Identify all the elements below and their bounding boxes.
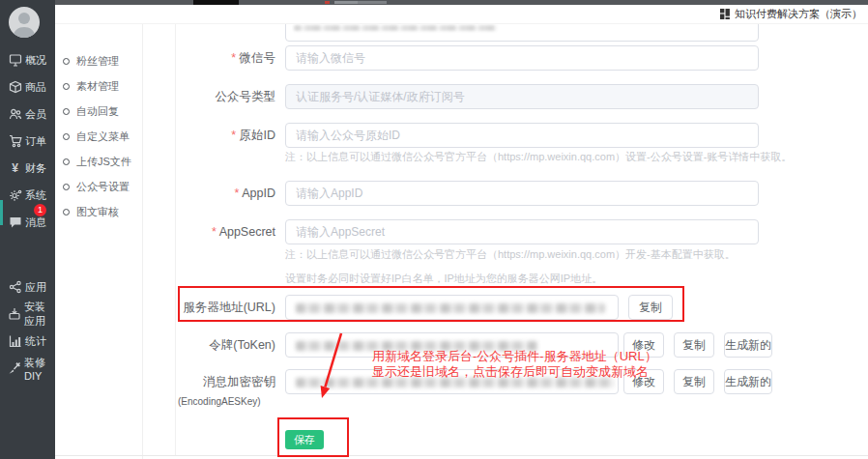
sidebar-item-finance[interactable]: ¥财务 bbox=[0, 157, 55, 180]
sidebar: 概况 商品 会员 订单 ¥财务 系统 消息 bbox=[0, 0, 55, 459]
sidebar-item-label: 装修DIY bbox=[24, 356, 55, 382]
sidebar-item-label: 消息 bbox=[25, 215, 46, 230]
decorate-diy-icon bbox=[8, 361, 21, 375]
sidebar-item-label: 统计 bbox=[25, 334, 46, 349]
avatar[interactable] bbox=[9, 7, 40, 38]
sidebar-item-label: 系统 bbox=[25, 188, 46, 203]
sidebar-item-install-apps[interactable]: 安装应用 bbox=[0, 302, 55, 326]
field-label-appsecret: AppSecret bbox=[135, 219, 275, 244]
copy-aeskey-button[interactable]: 复制 bbox=[674, 369, 714, 394]
messages-icon bbox=[8, 215, 22, 229]
solution-title[interactable]: 知识付费解决方案（演示） bbox=[735, 7, 862, 21]
orders-icon bbox=[8, 134, 22, 148]
overview-icon bbox=[8, 53, 22, 67]
install-apps-icon bbox=[8, 307, 21, 321]
annotation-line-2: 显示还是旧域名，点击保存后即可自动变成新域名 bbox=[372, 363, 649, 381]
sidebar-item-label: 商品 bbox=[25, 80, 46, 95]
goods-icon bbox=[8, 80, 22, 94]
field-label-original-id: 原始ID bbox=[135, 123, 275, 148]
copy-url-button[interactable]: 复制 bbox=[628, 295, 673, 320]
sidebar-item-orders[interactable]: 订单 bbox=[0, 129, 55, 153]
sidebar-item-goods[interactable]: 商品 bbox=[0, 75, 55, 99]
copy-token-button[interactable]: 复制 bbox=[674, 332, 714, 358]
submenu-item-article-review[interactable]: 图文审核 bbox=[63, 202, 143, 221]
field-label-aeskey: 消息加密密钥 bbox=[135, 369, 275, 394]
finance-icon: ¥ bbox=[8, 161, 22, 175]
circle-bullet-icon bbox=[63, 108, 70, 115]
appsecret-input[interactable] bbox=[285, 219, 759, 244]
residue-mark bbox=[358, 1, 387, 4]
bottom-divider bbox=[55, 455, 868, 456]
field-label-aeskey-line2: (EncodingAESKey) bbox=[178, 396, 261, 407]
field-label-server-url: 服务器地址(URL) bbox=[135, 295, 275, 320]
window-residue-strip bbox=[55, 0, 868, 5]
sidebar-item-label: 概况 bbox=[25, 53, 46, 68]
submenu-item-fans-management[interactable]: 粉丝管理 bbox=[63, 51, 143, 71]
residue-block bbox=[193, 0, 239, 5]
circle-bullet-icon bbox=[63, 184, 70, 190]
sidebar-item-overview[interactable]: 概况 bbox=[0, 48, 55, 72]
submenu-item-material-management[interactable]: 素材管理 bbox=[63, 76, 143, 96]
wechat-id-input[interactable] bbox=[285, 45, 759, 71]
top-header: 知识付费解决方案（演示） bbox=[55, 5, 868, 24]
submenu-item-upload-js-file[interactable]: 上传JS文件 bbox=[63, 152, 143, 171]
sidebar-item-label: 订单 bbox=[25, 134, 46, 149]
sidebar-item-apps[interactable]: 应用 bbox=[0, 275, 55, 299]
statistics-icon bbox=[8, 334, 22, 348]
field-label-appid: AppID bbox=[135, 181, 275, 206]
save-button[interactable]: 保存 bbox=[285, 430, 324, 449]
circle-bullet-icon bbox=[63, 58, 70, 65]
residue-mark bbox=[325, 1, 330, 4]
submenu-item-custom-menu[interactable]: 自定义菜单 bbox=[63, 127, 143, 146]
note-account-info: 注：以上信息可以通过微信公众号官方平台（https://mp.weixin.qq… bbox=[285, 150, 792, 164]
sidebar-item-label: 应用 bbox=[25, 280, 46, 295]
sidebar-item-label: 财务 bbox=[25, 161, 46, 176]
circle-bullet-icon bbox=[63, 133, 70, 140]
sidebar-item-label: 安装应用 bbox=[24, 300, 55, 329]
user-avatar-icon bbox=[9, 7, 40, 38]
circle-bullet-icon bbox=[63, 83, 70, 90]
apps-icon bbox=[8, 280, 22, 294]
sidebar-item-system[interactable]: 系统 bbox=[0, 184, 55, 207]
sidebar-item-messages[interactable]: 消息 bbox=[0, 211, 55, 234]
edge-highlight bbox=[0, 200, 3, 225]
circle-bullet-icon bbox=[63, 209, 70, 215]
generate-aeskey-button[interactable]: 生成新的 bbox=[724, 369, 772, 394]
system-icon bbox=[8, 188, 22, 202]
field-label-wechat-id: 微信号 bbox=[135, 45, 275, 71]
submenu-item-auto-reply[interactable]: 自动回复 bbox=[63, 101, 143, 121]
sidebar-item-label: 会员 bbox=[25, 107, 46, 122]
appid-input[interactable] bbox=[285, 181, 759, 206]
field-label-account-type: 公众号类型 bbox=[135, 84, 275, 109]
residue-mark bbox=[334, 1, 360, 4]
account-type-input bbox=[285, 84, 759, 109]
sidebar-item-statistics[interactable]: 统计 bbox=[0, 330, 55, 353]
messages-badge: 1 bbox=[34, 204, 46, 216]
original-id-input[interactable] bbox=[285, 123, 759, 148]
members-icon bbox=[8, 107, 22, 121]
sidebar-item-decorate-diy[interactable]: 装修DIY bbox=[0, 357, 55, 380]
field-label-token: 令牌(ToKen) bbox=[135, 332, 275, 358]
circle-bullet-icon bbox=[63, 158, 70, 165]
note-ip-whitelist: 设置时务必同时设置好IP白名单，IP地址为您的服务器公网IP地址。 bbox=[285, 272, 602, 286]
masked-text bbox=[294, 25, 497, 31]
sidebar-item-members[interactable]: 会员 bbox=[0, 102, 55, 126]
server-url-value[interactable] bbox=[285, 295, 619, 320]
app-window: 概况 商品 会员 订单 ¥财务 系统 消息 bbox=[0, 0, 868, 459]
solution-grid-icon bbox=[720, 9, 731, 19]
note-dev-info: 注：以上信息可以通过微信公众号官方平台（https://mp.weixin.qq… bbox=[285, 247, 736, 262]
generate-token-button[interactable]: 生成新的 bbox=[724, 332, 772, 358]
masked-text bbox=[296, 303, 605, 313]
plugin-submenu: 粉丝管理 素材管理 自动回复 自定义菜单 上传JS文件 公众号设置 图文审核 bbox=[55, 24, 143, 459]
submenu-item-official-account-settings[interactable]: 公众号设置 bbox=[63, 177, 143, 196]
